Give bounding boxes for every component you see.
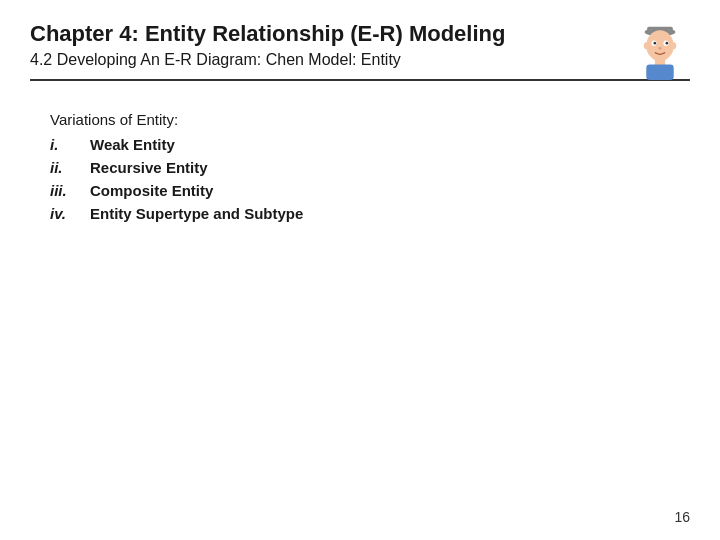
list-marker-2: ii. bbox=[50, 159, 90, 176]
svg-point-2 bbox=[646, 30, 673, 61]
list-item: i. Weak Entity bbox=[50, 136, 680, 153]
list-text-3: Composite Entity bbox=[90, 182, 213, 199]
variations-list: i. Weak Entity ii. Recursive Entity iii.… bbox=[50, 136, 680, 222]
list-text-1: Weak Entity bbox=[90, 136, 175, 153]
slide-title: Chapter 4: Entity Relationship (E-R) Mod… bbox=[30, 20, 690, 49]
slide-header: Chapter 4: Entity Relationship (E-R) Mod… bbox=[30, 20, 690, 81]
list-text-4: Entity Supertype and Subtype bbox=[90, 205, 303, 222]
svg-point-5 bbox=[654, 42, 657, 45]
svg-point-8 bbox=[644, 42, 649, 49]
slide: Chapter 4: Entity Relationship (E-R) Mod… bbox=[0, 0, 720, 540]
slide-content: Variations of Entity: i. Weak Entity ii.… bbox=[30, 101, 690, 238]
list-item: ii. Recursive Entity bbox=[50, 159, 680, 176]
avatar bbox=[630, 20, 690, 80]
slide-subtitle: 4.2 Developing An E-R Diagram: Chen Mode… bbox=[30, 51, 690, 69]
variations-label: Variations of Entity: bbox=[50, 111, 680, 128]
list-text-2: Recursive Entity bbox=[90, 159, 208, 176]
svg-point-7 bbox=[658, 47, 661, 50]
page-number: 16 bbox=[674, 509, 690, 525]
list-marker-3: iii. bbox=[50, 182, 90, 199]
list-marker-1: i. bbox=[50, 136, 90, 153]
list-item: iv. Entity Supertype and Subtype bbox=[50, 205, 680, 222]
list-marker-4: iv. bbox=[50, 205, 90, 222]
list-item: iii. Composite Entity bbox=[50, 182, 680, 199]
svg-point-9 bbox=[671, 42, 676, 49]
svg-point-6 bbox=[666, 42, 669, 45]
svg-rect-11 bbox=[646, 65, 673, 80]
